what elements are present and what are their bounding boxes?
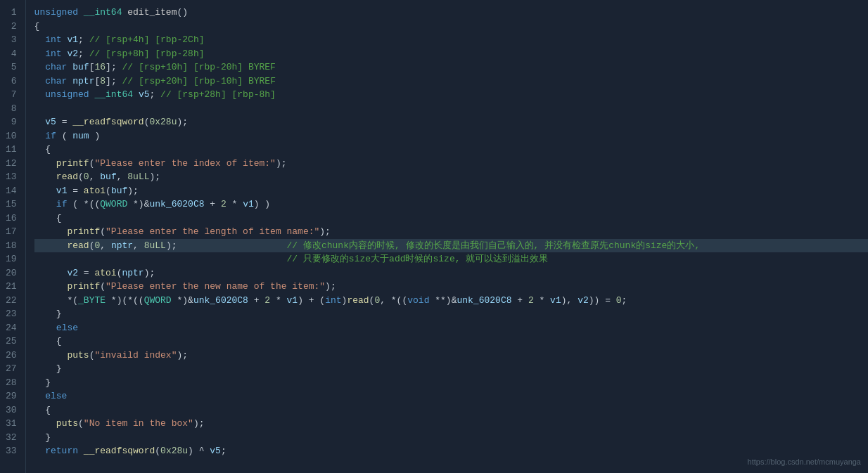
code-line: unsigned __int64 edit_item() — [34, 6, 868, 20]
line-number: 26 — [6, 349, 20, 363]
code-line: char nptr[8]; // [rsp+20h] [rbp-10h] BYR… — [34, 74, 868, 89]
code-line: v5 = __readfsqword(0x28u); — [34, 115, 868, 129]
code-line: { — [34, 403, 868, 417]
line-number: 12 — [6, 157, 20, 171]
code-line: if ( *((QWORD *)&unk_6020C8 + 2 * v1) ) — [34, 197, 868, 212]
code-line: } — [34, 376, 868, 390]
line-number: 30 — [6, 403, 20, 417]
code-line: { — [34, 212, 868, 226]
code-line: // 只要修改的size大于add时候的size, 就可以达到溢出效果 — [34, 252, 868, 266]
code-line: if ( num ) — [34, 129, 868, 143]
line-number: 6 — [6, 74, 20, 89]
code-line: else — [34, 321, 868, 335]
code-line: { — [34, 335, 868, 349]
line-number: 5 — [6, 60, 20, 74]
code-line: unsigned __int64 v5; // [rsp+28h] [rbp-8… — [34, 88, 868, 102]
line-number: 25 — [6, 335, 20, 349]
line-numbers: 1234567891011121314151617181920212223242… — [0, 0, 26, 473]
line-number: 23 — [6, 307, 20, 321]
line-number: 3 — [6, 33, 20, 47]
code-line: *(_BYTE *)(*((QWORD *)&unk_6020C8 + 2 * … — [34, 294, 868, 308]
line-number: 17 — [6, 225, 20, 239]
line-number: 13 — [6, 170, 20, 184]
line-number: 29 — [6, 389, 20, 403]
code-line: char buf[16]; // [rsp+10h] [rbp-20h] BYR… — [34, 60, 868, 74]
code-line: return __readfsqword(0x28u) ^ v5; — [34, 444, 868, 458]
code-line: printf("Please enter the new name of the… — [34, 280, 868, 294]
line-number: 28 — [6, 376, 20, 390]
code-line — [34, 102, 868, 116]
code-area[interactable]: unsigned __int64 edit_item(){ int v1; //… — [26, 0, 868, 473]
line-number: 16 — [6, 212, 20, 226]
code-line: printf("Please enter the length of item … — [34, 225, 868, 239]
line-number: 19 — [6, 252, 20, 266]
line-number: 2 — [6, 20, 20, 34]
line-number: 7 — [6, 88, 20, 102]
code-line: v1 = atoi(buf); — [34, 184, 868, 198]
code-line: } — [34, 431, 868, 445]
code-line: int v2; // [rsp+8h] [rbp-28h] — [34, 47, 868, 61]
line-number: 22 — [6, 294, 20, 308]
code-line: puts("invaild index"); — [34, 349, 868, 363]
line-number: 32 — [6, 431, 20, 445]
line-number: 20 — [6, 266, 20, 280]
line-number: 15 — [6, 197, 20, 212]
line-number: 8 — [6, 102, 20, 116]
code-line: printf("Please enter the index of item:"… — [34, 157, 868, 171]
line-number: 10 — [6, 129, 20, 143]
line-number: 31 — [6, 417, 20, 431]
code-line: } — [34, 307, 868, 321]
code-line: read(0, nptr, 8uLL); // 修改chunk内容的时候, 修改… — [34, 239, 868, 253]
line-number: 18 — [6, 239, 20, 253]
code-editor: 1234567891011121314151617181920212223242… — [0, 0, 868, 473]
line-number: 4 — [6, 47, 20, 61]
code-line: v2 = atoi(nptr); — [34, 266, 868, 280]
watermark: https://blog.csdn.net/mcmuyanga — [748, 458, 861, 466]
line-number: 21 — [6, 280, 20, 294]
code-line: puts("No item in the box"); — [34, 417, 868, 431]
code-line: { — [34, 143, 868, 157]
line-number: 24 — [6, 321, 20, 335]
code-line: } — [34, 362, 868, 376]
line-number: 27 — [6, 362, 20, 376]
line-number: 33 — [6, 444, 20, 458]
line-number: 11 — [6, 143, 20, 157]
line-number: 14 — [6, 184, 20, 198]
code-line: else — [34, 389, 868, 403]
line-number: 9 — [6, 115, 20, 129]
code-line: int v1; // [rsp+4h] [rbp-2Ch] — [34, 33, 868, 47]
line-number: 1 — [6, 6, 20, 20]
code-line: { — [34, 20, 868, 34]
code-line: read(0, buf, 8uLL); — [34, 170, 868, 184]
